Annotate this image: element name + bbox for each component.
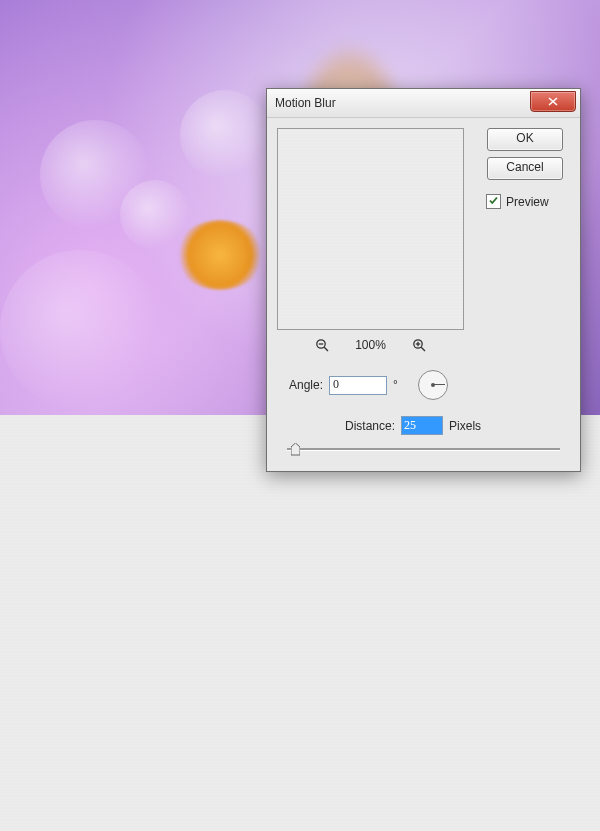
distance-value: 25 (402, 417, 442, 434)
preview-area[interactable] (277, 128, 464, 330)
zoom-in-icon[interactable] (412, 338, 426, 352)
dialog-title: Motion Blur (275, 96, 336, 110)
distance-slider[interactable] (287, 441, 560, 457)
bokeh-circle (180, 90, 270, 180)
close-button[interactable] (530, 91, 576, 112)
svg-line-1 (324, 347, 328, 351)
angle-input[interactable]: 0 (329, 376, 387, 395)
preview-texture (278, 129, 463, 329)
zoom-level: 100% (355, 338, 386, 352)
slider-track (287, 448, 560, 451)
check-icon (488, 195, 499, 209)
zoom-out-icon[interactable] (315, 338, 329, 352)
angle-dial[interactable] (418, 370, 448, 400)
cancel-button[interactable]: Cancel (487, 157, 563, 180)
dialog-titlebar[interactable]: Motion Blur (267, 89, 580, 118)
close-icon (548, 97, 558, 106)
distance-unit: Pixels (449, 419, 481, 433)
angle-unit: ° (393, 378, 398, 392)
angle-label: Angle: (289, 378, 323, 392)
preview-checkbox[interactable] (486, 194, 501, 209)
slider-thumb[interactable] (291, 443, 300, 456)
ok-button[interactable]: OK (487, 128, 563, 151)
canvas-texture (0, 415, 600, 831)
motion-blur-dialog: Motion Blur (266, 88, 581, 472)
bokeh-circle (0, 250, 160, 410)
dialog-body: 100% OK Cancel (267, 118, 580, 471)
svg-line-4 (421, 347, 425, 351)
distance-label: Distance: (345, 419, 395, 433)
distance-input[interactable]: 25 (401, 416, 443, 435)
flower-glow (175, 220, 265, 290)
preview-label: Preview (506, 195, 549, 209)
